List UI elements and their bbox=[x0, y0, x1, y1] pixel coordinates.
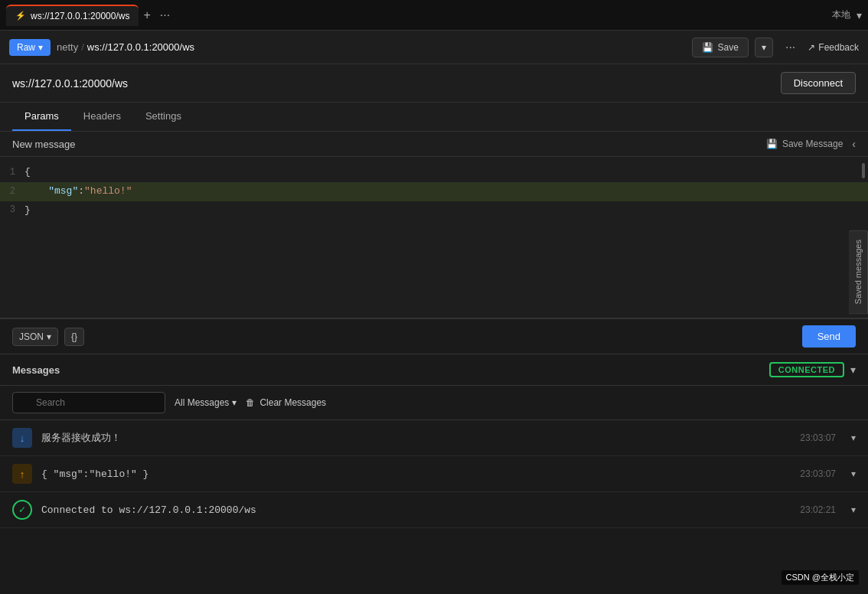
expand-incoming-button[interactable]: ▾ bbox=[851, 432, 856, 443]
message-row-outgoing[interactable]: ↑ { "msg":"hello!" } 23:03:07 ▾ bbox=[0, 456, 868, 492]
save-chevron-button[interactable]: ▾ bbox=[755, 38, 773, 57]
format-chevron-icon: ▾ bbox=[47, 331, 51, 342]
expand-connected-button[interactable]: ▾ bbox=[851, 504, 856, 515]
all-messages-label: All Messages bbox=[175, 397, 229, 408]
tab-headers[interactable]: Headers bbox=[71, 103, 133, 131]
message-row-connected[interactable]: ✓ Connected to ws://127.0.0.1:20000/ws 2… bbox=[0, 492, 868, 528]
save-button[interactable]: 💾 Save bbox=[692, 38, 749, 57]
toolbar-right: 💾 Save ▾ ··· ↗ Feedback bbox=[692, 38, 859, 57]
messages-title: Messages bbox=[12, 364, 60, 376]
incoming-message-icon: ↓ bbox=[12, 428, 32, 448]
send-button[interactable]: Send bbox=[802, 325, 856, 348]
active-tab[interactable]: ⚡ ws://127.0.0.1:20000/ws bbox=[6, 5, 139, 26]
format-icon: {} bbox=[71, 331, 77, 342]
messages-toolbar: 🔍 All Messages ▾ 🗑 Clear Messages bbox=[0, 386, 868, 420]
add-tab-button[interactable]: + bbox=[139, 7, 155, 24]
raw-button[interactable]: Raw ▾ bbox=[9, 39, 51, 56]
breadcrumb: netty / ws://127.0.0.1:20000/ws bbox=[57, 41, 194, 53]
save-msg-icon: 💾 bbox=[766, 139, 778, 149]
message-time-connected: 23:02:21 bbox=[800, 504, 836, 515]
format-label: JSON bbox=[19, 331, 44, 342]
json-value: "hello!" bbox=[84, 185, 132, 197]
saved-messages-tab[interactable]: Saved messages bbox=[849, 230, 868, 314]
editor-section: New message 💾 Save Message ‹ 1 { 2 "msg"… bbox=[0, 132, 868, 318]
watermark: CSDN @全栈小定 bbox=[782, 570, 859, 585]
tab-settings[interactable]: Settings bbox=[133, 103, 194, 131]
expand-outgoing-button[interactable]: ▾ bbox=[851, 468, 856, 479]
bottom-toolbar: JSON ▾ {} Send bbox=[0, 318, 868, 354]
editor-header: New message 💾 Save Message ‹ bbox=[0, 132, 868, 157]
nav-tabs: Params Headers Settings bbox=[0, 103, 868, 132]
message-time-outgoing: 23:03:07 bbox=[800, 468, 836, 479]
messages-section: Messages CONNECTED ▾ 🔍 All Messages ▾ 🗑 … bbox=[0, 354, 868, 528]
editor-scrollbar[interactable] bbox=[862, 163, 865, 178]
code-line-2: 2 "msg":"hello!" bbox=[0, 182, 868, 201]
connected-message-icon: ✓ bbox=[12, 500, 32, 520]
disconnect-button[interactable]: Disconnect bbox=[781, 72, 856, 94]
messages-header: Messages CONNECTED ▾ bbox=[0, 354, 868, 386]
breadcrumb-sep: / bbox=[81, 41, 84, 53]
more-options-button[interactable]: ··· bbox=[779, 38, 801, 57]
breadcrumb-url[interactable]: ws://127.0.0.1:20000/ws bbox=[87, 41, 194, 53]
message-content-incoming: 服务器接收成功！ bbox=[41, 431, 791, 445]
tab-bar: ⚡ ws://127.0.0.1:20000/ws + ··· 本地 ▾ bbox=[0, 0, 868, 31]
save-disk-icon: 💾 bbox=[702, 42, 713, 53]
editor-empty-space[interactable] bbox=[0, 220, 868, 312]
code-content-2: "msg":"hello!" bbox=[24, 184, 868, 200]
tab-params[interactable]: Params bbox=[12, 103, 71, 131]
message-content-outgoing: { "msg":"hello!" } bbox=[41, 468, 791, 480]
connected-badge: CONNECTED bbox=[769, 362, 844, 377]
main-toolbar: Raw ▾ netty / ws://127.0.0.1:20000/ws 💾 … bbox=[0, 31, 868, 64]
line-number-2: 2 bbox=[0, 184, 24, 199]
save-label: Save bbox=[718, 42, 739, 53]
raw-chevron-icon: ▾ bbox=[38, 42, 43, 53]
collapse-editor-button[interactable]: ‹ bbox=[852, 138, 856, 150]
code-content-3: } bbox=[24, 203, 868, 219]
search-input[interactable] bbox=[12, 392, 165, 413]
code-line-1: 1 { bbox=[0, 163, 868, 182]
more-tabs-button[interactable]: ··· bbox=[155, 7, 175, 24]
saved-messages-label: Saved messages bbox=[853, 240, 863, 304]
code-line-3: 3 } bbox=[0, 201, 868, 220]
message-row-incoming[interactable]: ↓ 服务器接收成功！ 23:03:07 ▾ bbox=[0, 420, 868, 456]
environment-chevron[interactable]: ▾ bbox=[857, 9, 862, 21]
outgoing-message-icon: ↑ bbox=[12, 464, 32, 484]
clear-messages-label: Clear Messages bbox=[259, 397, 326, 408]
messages-collapse-button[interactable]: ▾ bbox=[850, 364, 856, 376]
clear-messages-button[interactable]: 🗑 Clear Messages bbox=[246, 397, 326, 408]
line-number-3: 3 bbox=[0, 203, 24, 217]
message-time-incoming: 23:03:07 bbox=[800, 432, 836, 443]
message-content-connected: Connected to ws://127.0.0.1:20000/ws bbox=[41, 504, 791, 516]
tab-bar-right: 本地 ▾ bbox=[832, 8, 862, 21]
url-bar: ws://127.0.0.1:20000/ws Disconnect bbox=[0, 64, 868, 103]
tab-url: ws://127.0.0.1:20000/ws bbox=[31, 11, 129, 21]
breadcrumb-netty[interactable]: netty bbox=[57, 41, 78, 53]
search-wrapper: 🔍 bbox=[12, 392, 165, 413]
code-content-1: { bbox=[24, 165, 868, 181]
trash-icon: 🗑 bbox=[246, 397, 255, 408]
format-select-button[interactable]: JSON ▾ bbox=[12, 328, 58, 346]
raw-label: Raw bbox=[17, 42, 35, 53]
line-number-1: 1 bbox=[0, 165, 24, 180]
json-key: "msg" bbox=[48, 185, 78, 197]
feedback-label: Feedback bbox=[818, 42, 859, 53]
format-json-button[interactable]: {} bbox=[64, 328, 84, 346]
editor-title: New message bbox=[12, 139, 75, 150]
feedback-button[interactable]: ↗ Feedback bbox=[808, 42, 859, 53]
all-messages-button[interactable]: All Messages ▾ bbox=[175, 397, 237, 408]
environment-label: 本地 bbox=[832, 8, 850, 21]
save-message-button[interactable]: 💾 Save Message bbox=[766, 139, 843, 149]
json-colon: : bbox=[78, 185, 84, 197]
websocket-icon: ⚡ bbox=[15, 11, 26, 21]
code-editor[interactable]: 1 { 2 "msg":"hello!" 3 } bbox=[0, 157, 868, 318]
connection-url: ws://127.0.0.1:20000/ws bbox=[12, 77, 128, 90]
all-messages-chevron-icon: ▾ bbox=[232, 397, 237, 408]
feedback-arrow-icon: ↗ bbox=[808, 42, 815, 53]
save-message-label: Save Message bbox=[782, 139, 843, 149]
